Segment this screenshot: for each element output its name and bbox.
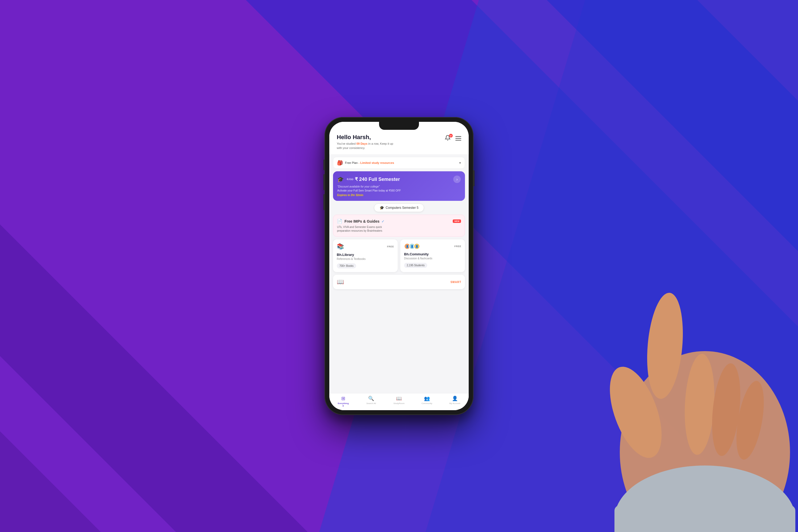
bottom-partial-card[interactable]: 📖 SMART: [333, 275, 465, 289]
free-plan-left: 🎒 Free Plan - Limited study resources: [337, 160, 394, 166]
semester-icon: 🎓: [380, 206, 384, 210]
volume-down-button: [323, 194, 324, 210]
community-free-tag: FREE: [454, 245, 461, 248]
library-card[interactable]: 📚 FREE Bh.Library References & Textbooks…: [333, 240, 398, 272]
screen-content: Hello Harsh, You've studied 09 Days in a…: [329, 122, 469, 410]
nav-active-dot: [343, 405, 344, 406]
library-icon: 📚: [337, 243, 344, 250]
verified-icon: ✓: [381, 219, 385, 224]
new-badge: NEW: [453, 220, 461, 223]
studyroom-icon: 📖: [396, 396, 402, 401]
phone-device: Hello Harsh, You've studied 09 Days in a…: [324, 117, 474, 415]
semester-badge[interactable]: 🎓 Computers Semester 5: [374, 204, 424, 212]
scroll-content[interactable]: 🎒 Free Plan - Limited study resources ▾ …: [329, 154, 469, 410]
semester-label: Computers Semester 5: [386, 206, 418, 210]
greeting-text: Hello Harsh,: [337, 134, 393, 141]
library-card-top: 📚 FREE: [337, 243, 394, 250]
nav-everything-label: Everything: [338, 402, 349, 404]
cards-row: 📚 FREE Bh.Library References & Textbooks…: [333, 240, 465, 272]
plan-icon: 🎒: [337, 160, 343, 166]
top-icons: 2+: [445, 134, 461, 142]
nav-account[interactable]: 👤 My Account: [441, 396, 469, 406]
new-price: ₹ 240 Full Semester: [355, 176, 400, 182]
plan-label: Free Plan: [345, 161, 358, 165]
upgrade-expiry: Expires in 2hr 32min: [337, 194, 461, 196]
notification-badge: 2+: [449, 134, 453, 137]
library-title: Bh.Library: [337, 253, 394, 257]
smart-tag: SMART: [450, 281, 461, 284]
imps-header: 📄 Free IMPs & Guides ✓ NEW: [337, 218, 461, 224]
chevron-down-icon[interactable]: ▾: [459, 161, 461, 165]
nav-account-label: My Account: [449, 402, 460, 404]
nav-community[interactable]: 👥 Community: [413, 396, 441, 406]
upgrade-arrow-icon[interactable]: ›: [453, 175, 461, 183]
library-subtitle: References & Textbooks: [337, 258, 394, 261]
phone-screen: Hello Harsh, You've studied 09 Days in a…: [329, 122, 469, 410]
upgrade-header: 🎓 ₹799 ₹ 240 Full Semester ›: [337, 175, 461, 183]
menu-line-1: [455, 136, 461, 137]
community-card[interactable]: 👤 👤 👤 FREE Bh.Community Discussion & fla…: [400, 240, 465, 272]
imps-card[interactable]: 📄 Free IMPs & Guides ✓ NEW UTs, VIVA and…: [333, 215, 465, 237]
upgrade-icon: 🎓: [337, 176, 344, 183]
upgrade-description: Activate your Full Sem Smart Plan today …: [337, 189, 461, 192]
nav-community-label: Community: [422, 402, 432, 404]
original-price: ₹799: [347, 178, 353, 181]
community-nav-icon: 👥: [424, 396, 430, 401]
community-subtitle: Discussion & flashcards: [404, 257, 461, 260]
plan-limited: - Limited study resources: [358, 161, 394, 165]
community-avatars: 👤 👤 👤: [404, 243, 420, 249]
library-free-tag: FREE: [387, 245, 394, 248]
days-count: 09 Days: [357, 142, 367, 145]
nav-search-label: Search All: [366, 402, 376, 404]
free-plan-banner[interactable]: 🎒 Free Plan - Limited study resources ▾: [333, 157, 465, 169]
library-count: 700+ Books: [337, 263, 356, 268]
streak-text: You've studied 09 Days in a row, Keep it…: [337, 142, 393, 150]
notification-bell[interactable]: 2+: [445, 135, 452, 142]
nav-search[interactable]: 🔍 Search All: [357, 396, 385, 406]
nav-studyroom-label: StudyRoom: [394, 402, 404, 404]
imps-description: UTs, VIVA and Semester Exams quickprepar…: [337, 225, 461, 233]
phone-wrapper: Hello Harsh, You've studied 09 Days in a…: [324, 117, 474, 415]
phone-notch: [379, 122, 419, 130]
book-open-icon: 📖: [337, 279, 344, 285]
everything-icon: ⊞: [341, 396, 345, 401]
upgrade-price-section: ₹799 ₹ 240 Full Semester: [347, 176, 400, 182]
nav-everything[interactable]: ⊞ Everything: [329, 396, 357, 406]
imps-title: Free IMPs & Guides: [344, 219, 379, 224]
silent-button: [323, 159, 324, 170]
streak-prefix: You've studied: [337, 142, 357, 145]
volume-up-button: [323, 174, 324, 190]
account-icon: 👤: [452, 396, 458, 401]
hamburger-menu[interactable]: [455, 136, 461, 140]
power-button: [474, 170, 475, 186]
plan-text: Free Plan - Limited study resources: [345, 161, 394, 165]
community-title: Bh.Community: [404, 252, 461, 256]
menu-line-2: [455, 138, 461, 138]
upgrade-subtitle: "Discount available for your college": [337, 185, 461, 188]
search-icon: 🔍: [368, 396, 374, 401]
semester-pill-wrapper: 🎓 Computers Semester 5: [333, 204, 465, 212]
community-count: 2,195 Students: [404, 263, 427, 268]
greeting-section: Hello Harsh, You've studied 09 Days in a…: [337, 134, 393, 150]
avatar-3: 👤: [414, 243, 420, 249]
nav-studyroom[interactable]: 📖 StudyRoom: [385, 396, 413, 406]
community-card-top: 👤 👤 👤 FREE: [404, 243, 461, 249]
upgrade-card[interactable]: 🎓 ₹799 ₹ 240 Full Semester › "Discount a…: [333, 171, 465, 201]
imps-icon: 📄: [337, 218, 342, 224]
menu-line-3: [455, 140, 461, 140]
bottom-nav: ⊞ Everything 🔍 Search All 📖 StudyRoom 👥: [329, 393, 469, 410]
